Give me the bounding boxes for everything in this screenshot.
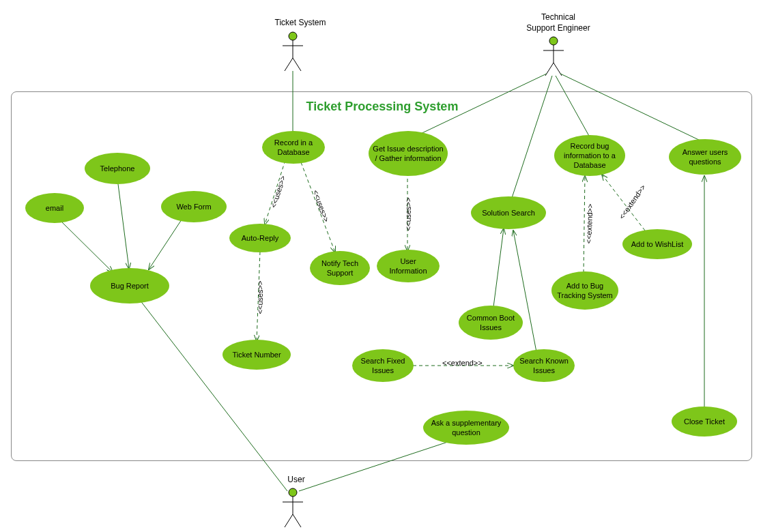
actor-support-engineer-label: Technical Support Engineer [517, 12, 599, 33]
actor-support-line1: Technical [541, 12, 575, 22]
actor-ticket-system-icon [283, 32, 303, 71]
use-case-telephone: Telephone [85, 153, 150, 184]
use-case-search-fixed: Search Fixed Issues [352, 349, 414, 382]
system-title: Ticket Processing System [293, 100, 471, 114]
svg-line-14 [293, 514, 301, 527]
label-extend-2: <<extend>> [584, 203, 594, 243]
svg-line-13 [285, 514, 293, 527]
actor-support-engineer-icon [543, 37, 564, 76]
actor-user-label: User [276, 475, 317, 486]
label-uses-3: <<uses>> [256, 281, 264, 314]
use-case-get-issue: Get Issue description / Gather informati… [369, 131, 448, 176]
use-case-search-known: Search Known Issues [513, 349, 575, 382]
use-case-bug-report: Bug Report [90, 268, 169, 304]
use-case-answer-users: Answer users questions [669, 139, 741, 175]
use-case-email: email [25, 193, 84, 223]
actor-user-icon [283, 488, 303, 527]
actor-support-line2: Support Engineer [526, 23, 590, 33]
use-case-close-ticket: Close Ticket [672, 407, 737, 437]
use-case-add-wishlist: Add to WishList [622, 229, 692, 259]
svg-line-3 [285, 58, 293, 71]
use-case-solution-search: Solution Search [471, 196, 546, 229]
svg-point-5 [549, 37, 558, 45]
actor-ticket-system-label: Ticket System [266, 18, 334, 29]
use-case-web-form: Web Form [161, 191, 227, 222]
svg-line-9 [554, 63, 562, 76]
svg-line-4 [293, 58, 301, 71]
use-case-diagram: Ticket Processing System Ticket System T… [0, 0, 761, 532]
svg-point-0 [289, 32, 297, 40]
svg-point-10 [289, 488, 297, 497]
use-case-user-info: User Information [377, 250, 440, 282]
use-case-ask-supplementary: Ask a supplementary question [423, 411, 509, 445]
label-extend-1: <<extend>> [442, 359, 483, 367]
use-case-auto-reply: Auto-Reply [229, 224, 291, 252]
use-case-record-bug: Record bug information to a Database [554, 135, 625, 176]
use-case-ticket-number: Ticket Number [222, 340, 291, 370]
label-uses-4: <<uses>> [404, 198, 412, 231]
use-case-notify-tech: Notify Tech Support [310, 251, 370, 285]
use-case-common-boot: Common Boot Issues [459, 306, 523, 340]
use-case-record-db: Record in a Database [262, 131, 325, 164]
use-case-add-bug-tracking: Add to Bug Tracking System [551, 271, 618, 310]
svg-line-8 [545, 63, 554, 76]
